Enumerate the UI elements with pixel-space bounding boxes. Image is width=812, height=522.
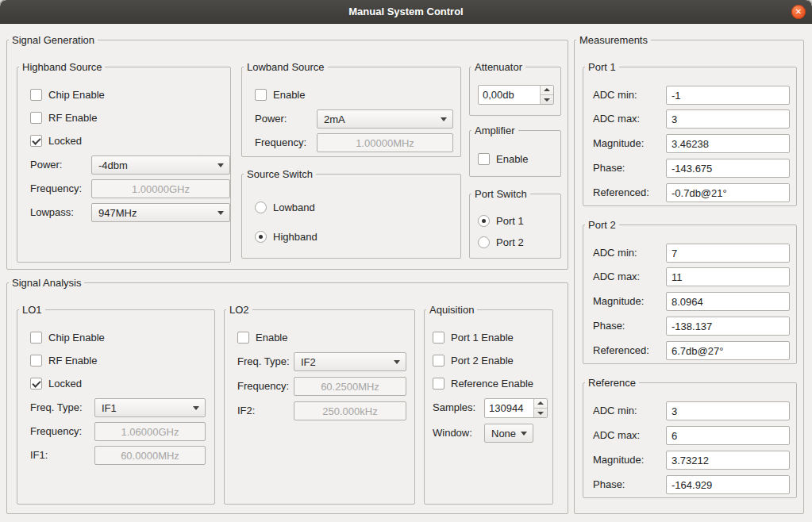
aquisition-title: Aquisition: [426, 303, 477, 317]
port2-adc-max-input[interactable]: [666, 267, 790, 286]
spinner-buttons: [540, 86, 553, 104]
checkbox-icon: [237, 332, 249, 344]
source-switch-highband-radio[interactable]: Highband: [255, 230, 317, 243]
window-title: Manual System Control: [348, 6, 463, 17]
port2-referenced-input[interactable]: [666, 341, 790, 360]
measurements-group: Measurements Port 1 ADC min: ADC max: Ma…: [574, 40, 804, 514]
lo1-locked-label: Locked: [48, 378, 82, 390]
amplifier-enable-checkbox[interactable]: Enable: [478, 152, 528, 165]
aquisition-reference-enable-checkbox[interactable]: Reference Enable: [433, 377, 533, 390]
highband-lowpass-select[interactable]: 947MHz: [91, 203, 230, 222]
aquisition-samples-spinbox[interactable]: [484, 398, 548, 418]
port1-magnitude-label: Magnitude:: [593, 137, 644, 150]
lo2-freq-type-select[interactable]: IF2: [294, 352, 406, 371]
radio-dot-icon: [478, 215, 490, 227]
highband-source-title: Highband Source: [19, 60, 105, 74]
spin-up-button[interactable]: [541, 86, 553, 94]
reference-adc-max-input[interactable]: [666, 426, 790, 445]
aquisition-port1-enable-checkbox[interactable]: Port 1 Enable: [433, 331, 514, 344]
port1-adc-min-label: ADC min:: [593, 89, 637, 102]
aquisition-samples-input[interactable]: [485, 399, 533, 417]
reference-magnitude-input[interactable]: [666, 451, 790, 470]
port1-adc-max-input[interactable]: [666, 109, 790, 129]
spin-down-button[interactable]: [534, 408, 547, 417]
titlebar[interactable]: Manual System Control ✕: [0, 0, 812, 24]
checkbox-icon: [30, 332, 42, 344]
port-switch-port1-radio[interactable]: Port 1: [478, 214, 524, 227]
amplifier-title: Amplifier: [471, 124, 518, 137]
signal-analysis-title: Signal Analysis: [9, 276, 84, 290]
port1-referenced-input[interactable]: [666, 183, 790, 202]
radio-icon: [478, 236, 490, 248]
arrow-up-icon: [544, 88, 550, 91]
lo2-freq-type-label: Freq. Type:: [237, 355, 290, 368]
port2-adc-max-label: ADC max:: [593, 271, 640, 283]
source-switch-lowband-radio[interactable]: Lowband: [255, 201, 315, 213]
chevron-down-icon: [193, 406, 199, 410]
lo2-frequency-input: [294, 377, 406, 396]
highband-chip-enable-checkbox[interactable]: Chip Enable: [30, 88, 105, 101]
highband-power-select[interactable]: -4dbm: [91, 155, 230, 175]
reference-phase-input[interactable]: [666, 475, 790, 494]
highband-rf-enable-checkbox[interactable]: RF Enable: [30, 111, 97, 124]
port1-adc-min-input[interactable]: [666, 86, 790, 105]
aquisition-reference-enable-label: Reference Enable: [451, 378, 533, 390]
lo2-freq-type-value: IF2: [301, 356, 316, 368]
radio-dot-icon: [255, 231, 267, 243]
lo1-frequency-input: [94, 422, 206, 441]
lo1-chip-enable-label: Chip Enable: [48, 332, 105, 344]
port1-magnitude-input[interactable]: [666, 134, 790, 153]
reference-adc-min-label: ADC min:: [593, 405, 637, 417]
attenuator-group: Attenuator: [469, 67, 561, 116]
source-switch-highband-label: Highband: [273, 231, 317, 243]
amplifier-enable-label: Enable: [496, 153, 528, 165]
radio-icon: [255, 202, 267, 213]
aquisition-port2-enable-checkbox[interactable]: Port 2 Enable: [433, 354, 514, 367]
source-switch-group: Source Switch Lowband Highband: [241, 174, 461, 259]
attenuator-value-input[interactable]: [479, 86, 540, 104]
checkmark-icon: [30, 135, 42, 147]
port-switch-group: Port Switch Port 1 Port 2: [469, 194, 561, 259]
spin-down-button[interactable]: [541, 94, 553, 104]
reference-adc-min-input[interactable]: [666, 401, 790, 420]
lowband-enable-checkbox[interactable]: Enable: [255, 88, 305, 101]
highband-chip-enable-label: Chip Enable: [48, 89, 105, 101]
reference-title: Reference: [585, 376, 639, 390]
port2-phase-label: Phase:: [593, 320, 625, 332]
spin-up-button[interactable]: [534, 399, 547, 408]
lo1-chip-enable-checkbox[interactable]: Chip Enable: [30, 331, 105, 344]
lo1-freq-type-value: IF1: [102, 402, 117, 414]
lo2-enable-checkbox[interactable]: Enable: [237, 331, 287, 344]
highband-power-label: Power:: [30, 159, 62, 171]
arrow-down-icon: [544, 98, 550, 102]
chevron-down-icon: [217, 211, 224, 215]
lo1-locked-checkbox[interactable]: Locked: [30, 377, 82, 390]
aquisition-window-select[interactable]: None: [484, 424, 533, 443]
lo1-freq-type-label: Freq. Type:: [30, 401, 83, 414]
lo1-freq-type-select[interactable]: IF1: [94, 398, 206, 417]
chevron-down-icon: [217, 163, 224, 167]
source-switch-title: Source Switch: [244, 167, 316, 181]
highband-source-group: Highband Source Chip Enable RF Enable Lo…: [17, 67, 231, 263]
port-switch-port2-radio[interactable]: Port 2: [478, 236, 524, 248]
measurements-port1-group: Port 1 ADC min: ADC max: Magnitude: Phas…: [583, 67, 797, 206]
signal-generation-title: Signal Generation: [9, 33, 98, 47]
aquisition-port1-enable-label: Port 1 Enable: [451, 332, 514, 344]
lo2-group: LO2 Enable Freq. Type: IF2 Frequency: IF…: [224, 309, 415, 505]
close-icon[interactable]: ✕: [791, 5, 806, 19]
lo1-rf-enable-checkbox[interactable]: RF Enable: [30, 354, 97, 367]
port2-magnitude-input[interactable]: [666, 292, 790, 311]
lowband-power-select[interactable]: 2mA: [317, 109, 453, 129]
highband-locked-checkbox[interactable]: Locked: [30, 134, 82, 147]
checkbox-icon: [433, 355, 444, 367]
port2-adc-min-input[interactable]: [666, 244, 790, 263]
port2-magnitude-label: Magnitude:: [593, 295, 644, 308]
checkbox-icon: [478, 153, 490, 165]
port-switch-port2-label: Port 2: [496, 236, 524, 248]
port1-adc-max-label: ADC max:: [593, 113, 640, 125]
port2-phase-input[interactable]: [666, 317, 790, 336]
signal-generation-group: Signal Generation Highband Source Chip E…: [6, 40, 568, 270]
port1-phase-input[interactable]: [666, 159, 790, 178]
attenuator-spinbox[interactable]: [478, 85, 554, 105]
lowband-source-title: Lowband Source: [244, 60, 328, 74]
